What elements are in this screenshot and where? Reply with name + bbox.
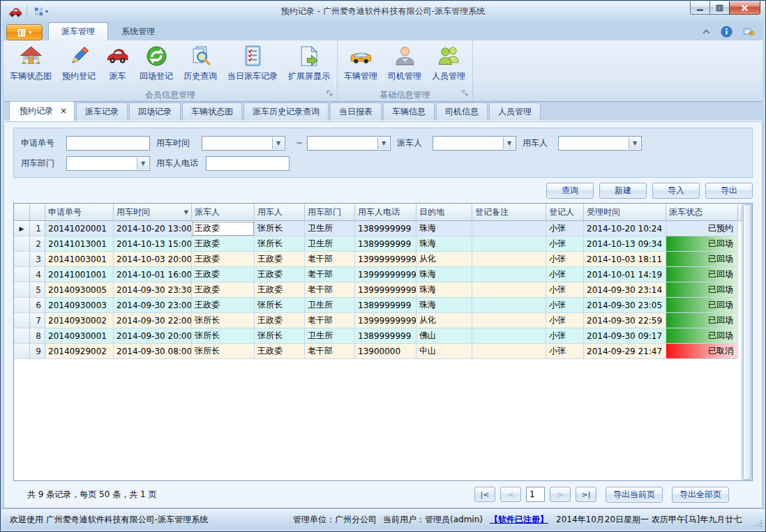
ribbon-tab-system-management[interactable]: 系统管理: [108, 22, 168, 40]
software-registered-link[interactable]: 【软件已注册】: [490, 514, 548, 526]
ribbon-button-vehicle-management[interactable]: 车辆管理: [339, 42, 383, 89]
cell-order_no[interactable]: 20141001001: [45, 267, 114, 282]
cell-dispatcher[interactable]: 张所长: [192, 313, 255, 328]
cell-status[interactable]: 已回场: [666, 298, 738, 313]
cell-accept_time[interactable]: 2014-09-30 23:14: [584, 282, 666, 298]
vertical-scrollbar[interactable]: [742, 204, 752, 480]
cell-dest[interactable]: 珠海: [416, 236, 472, 252]
prev-page-button[interactable]: <: [500, 487, 521, 502]
new-button[interactable]: 新建: [599, 183, 647, 199]
chevron-down-icon[interactable]: ▼: [629, 137, 640, 149]
cell-num[interactable]: 9: [30, 344, 45, 359]
cell-use_time[interactable]: 2014-09-30 22:00: [114, 313, 192, 328]
cell-order_no[interactable]: 20140930003: [45, 298, 114, 313]
cell-dest[interactable]: 从化: [416, 313, 472, 328]
table-row[interactable]: 3201410030012014-10-03 20:00王政委王政委老干部139…: [14, 252, 742, 267]
cell-use_time[interactable]: 2014-09-30 23:00: [114, 298, 192, 313]
cell-phone[interactable]: 1389999999: [355, 221, 416, 236]
maximize-button[interactable]: [709, 1, 730, 15]
table-row[interactable]: 7201409300022014-09-30 22:00张所长王政委老干部139…: [14, 313, 742, 328]
cell-indicator[interactable]: ▶: [14, 221, 30, 236]
cell-num[interactable]: 5: [30, 282, 45, 298]
cell-user[interactable]: 王政委: [255, 252, 305, 267]
cell-note[interactable]: [472, 328, 546, 344]
cell-registrar[interactable]: 小张: [546, 344, 584, 359]
cell-dispatcher[interactable]: 王政委: [192, 221, 255, 236]
resize-grip[interactable]: [754, 519, 763, 527]
cell-dept[interactable]: 卫生所: [305, 221, 355, 236]
cell-num[interactable]: 1: [30, 221, 45, 236]
ribbon-button-driver-management[interactable]: 司机管理: [383, 42, 427, 89]
cell-phone[interactable]: 1389999999: [355, 298, 416, 313]
cell-note[interactable]: [472, 298, 546, 313]
cell-status[interactable]: 已回场: [666, 282, 738, 298]
cell-order_no[interactable]: 20140930001: [45, 328, 114, 344]
filter-combo-car-user[interactable]: ▼: [558, 136, 642, 151]
doc-tab-return-records[interactable]: 回场记录: [129, 102, 181, 121]
ribbon-tab-dispatch-management[interactable]: 派车管理: [48, 22, 108, 40]
cell-indicator[interactable]: [14, 313, 30, 328]
cell-user[interactable]: 王政委: [255, 313, 305, 328]
doc-tab-vehicle-status-map[interactable]: 车辆状态图: [182, 102, 242, 121]
first-page-button[interactable]: |<: [474, 487, 495, 502]
cell-accept_time[interactable]: 2014-09-30 23:05: [584, 298, 666, 313]
cell-dispatcher[interactable]: 王政委: [192, 267, 255, 282]
cell-order_no[interactable]: 20141020001: [45, 221, 114, 236]
column-header-accept_time[interactable]: 受理时间: [584, 204, 666, 221]
cell-dept[interactable]: 老干部: [305, 282, 355, 298]
cell-indicator[interactable]: [14, 252, 30, 267]
filter-combo-department[interactable]: ▼: [66, 156, 150, 171]
column-header-phone[interactable]: 用车人电话: [355, 204, 416, 221]
column-header-dispatcher[interactable]: 派车人: [192, 204, 255, 221]
cell-dest[interactable]: 佛山: [416, 328, 472, 344]
cell-num[interactable]: 6: [30, 298, 45, 313]
column-header-num[interactable]: [30, 204, 45, 221]
cell-note[interactable]: [472, 344, 546, 359]
cell-indicator[interactable]: [14, 236, 30, 252]
next-page-button[interactable]: >: [550, 487, 571, 502]
cell-registrar[interactable]: 小张: [546, 282, 584, 298]
table-row[interactable]: 8201409300012014-09-30 20:00张所长张所长卫生所138…: [14, 328, 742, 344]
cell-note[interactable]: [472, 282, 546, 298]
ribbon-button-personnel-management[interactable]: 人员管理: [427, 42, 471, 89]
filter-input-user-phone[interactable]: [206, 156, 290, 171]
ribbon-button-vehicle-status-map[interactable]: 车辆状态图: [5, 42, 57, 89]
cell-user[interactable]: 王政委: [255, 282, 305, 298]
cell-dispatcher[interactable]: 王政委: [192, 298, 255, 313]
close-button[interactable]: [729, 1, 760, 15]
filter-input-order-no[interactable]: [66, 136, 150, 151]
doc-tab-reservation-records[interactable]: 预约记录×: [9, 101, 75, 121]
export-all-pages-button[interactable]: 导出全部页: [672, 487, 729, 503]
title-bar[interactable]: ▾ 预约记录 - 广州爱奇迪软件科技有限公司-派车管理系统: [1, 1, 765, 22]
cell-accept_time[interactable]: 2014-10-20 10:24: [584, 221, 666, 236]
cell-order_no[interactable]: 20140929002: [45, 344, 114, 359]
table-row[interactable]: ▶1201410200012014-10-20 13:00王政委张所长卫生所13…: [14, 221, 742, 236]
cell-order_no[interactable]: 20140930005: [45, 282, 114, 298]
cell-status[interactable]: 已回场: [666, 252, 738, 267]
cell-accept_time[interactable]: 2014-10-01 14:19: [584, 267, 666, 282]
column-header-dept[interactable]: 用车部门: [305, 204, 355, 221]
dialog-launcher-icon[interactable]: [461, 89, 469, 99]
cell-dest[interactable]: 珠海: [416, 298, 472, 313]
chevron-down-icon[interactable]: ▼: [137, 158, 149, 169]
cell-registrar[interactable]: 小张: [546, 298, 584, 313]
cell-dest[interactable]: 珠海: [416, 267, 472, 282]
cell-phone[interactable]: 13999999999: [355, 252, 416, 267]
cell-accept_time[interactable]: 2014-10-13 09:34: [584, 236, 666, 252]
cell-indicator[interactable]: [14, 298, 30, 313]
cell-phone[interactable]: 13999999999: [355, 313, 416, 328]
cell-use_time[interactable]: 2014-10-03 20:00: [114, 252, 192, 267]
page-number-input[interactable]: [526, 487, 545, 502]
cell-use_time[interactable]: 2014-09-30 20:00: [114, 328, 192, 344]
table-row[interactable]: 4201410010012014-10-01 16:00王政委王政委老干部139…: [14, 267, 742, 282]
cell-status[interactable]: 已回场: [666, 313, 738, 328]
cell-dept[interactable]: 老干部: [305, 267, 355, 282]
cell-dispatcher[interactable]: 张所长: [192, 328, 255, 344]
cell-phone[interactable]: 13999999999: [355, 267, 416, 282]
cell-dispatcher[interactable]: 王政委: [192, 252, 255, 267]
cell-accept_time[interactable]: 2014-10-03 18:11: [584, 252, 666, 267]
ribbon-button-history-query[interactable]: 历史查询: [179, 42, 223, 89]
doc-tab-dispatch-history-query[interactable]: 派车历史记录查询: [243, 102, 329, 121]
cell-dest[interactable]: 从化: [416, 252, 472, 267]
chevron-down-icon[interactable]: ▼: [503, 137, 515, 149]
